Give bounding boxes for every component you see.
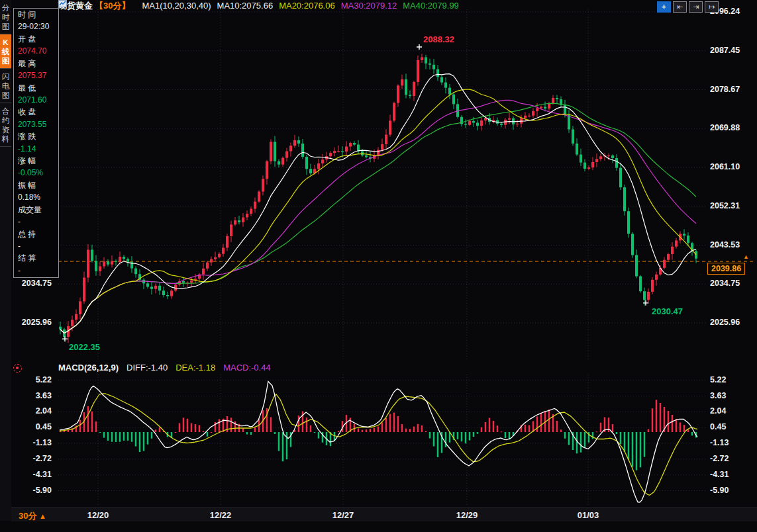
info-row: 涨 幅 <box>18 157 58 165</box>
info-row: 最 低 <box>18 84 58 93</box>
trading-app-window: 2088.322022.352030.47 分时图K线图闪电图合约资料 时 间2… <box>0 0 757 532</box>
quote-info-panel: 时 间29-02:30开 盘2074.70最 高2075.37最 低2071.6… <box>13 8 59 278</box>
info-row: 结 算 <box>18 254 58 263</box>
macd-axis-label: -2.72 <box>710 454 729 463</box>
chart-header: 现货黄金【30分】 MA1(10,20,30,40) MA10:2075.66 … <box>58 0 459 11</box>
info-row: - <box>18 242 58 251</box>
info-row: -1.14 <box>18 145 58 154</box>
info-row: 最 高 <box>18 60 58 68</box>
macd-diff-value: DIFF:-1.40 <box>126 363 168 373</box>
ma-group-label: MA1(10,20,30,40) <box>142 1 211 11</box>
ma10-value: MA10:2075.66 <box>217 1 274 11</box>
info-row: 成交量 <box>18 206 58 214</box>
info-row: 收 盘 <box>18 108 58 116</box>
macd-axis-label: -2.72 <box>33 454 52 463</box>
ma40-value: MA40:2079.99 <box>403 1 459 11</box>
info-row: 涨 跌 <box>18 132 58 141</box>
time-axis-bar: 30分 ▲ 12/2012/2212/2712/2901/03 <box>11 508 757 521</box>
date-label: 12/22 <box>210 510 232 520</box>
macd-axis-label: -5.90 <box>710 486 729 495</box>
info-row: -0.05% <box>18 169 58 177</box>
macd-axis-label: 0.45 <box>710 422 726 431</box>
crosshair-icon[interactable]: + <box>657 1 671 13</box>
info-row: 时 间 <box>18 11 58 19</box>
info-row: 0.18% <box>18 193 58 202</box>
info-row: 开 盘 <box>18 35 58 44</box>
info-row: 2073.55 <box>18 120 58 129</box>
ma30-value: MA30:2079.12 <box>341 1 397 11</box>
macd-axis-label: -4.31 <box>33 470 52 479</box>
macd-axis-label: 3.63 <box>710 391 726 400</box>
macd-axis-label: 2.04 <box>36 406 52 416</box>
macd-macd-value: MACD:-0.44 <box>223 363 271 373</box>
sidebar-item-分时图[interactable]: 分时图 <box>0 0 11 34</box>
svg-text:2030.47: 2030.47 <box>652 306 683 316</box>
info-row: 29-02:30 <box>18 22 58 31</box>
sidebar-item-K线图[interactable]: K线图 <box>0 34 11 69</box>
macd-axis-label: -5.90 <box>33 486 52 495</box>
macd-dea-value: DEA:-1.18 <box>176 363 215 373</box>
info-row: - <box>18 218 58 226</box>
macd-axis-label: -4.31 <box>710 470 729 479</box>
price-alert-icon[interactable]: ▲ <box>743 253 749 260</box>
pan-right-icon[interactable]: ↦ <box>705 1 719 13</box>
macd-axis-label: 5.22 <box>710 375 726 384</box>
current-price-value: 2039.86 <box>711 264 741 273</box>
chart-toolbar: +⇤⇥↦ <box>657 1 719 13</box>
svg-text:2088.32: 2088.32 <box>423 34 454 44</box>
info-row: 2074.70 <box>18 47 58 56</box>
macd-axis-label: 0.45 <box>36 422 52 431</box>
svg-text:2022.35: 2022.35 <box>69 342 100 352</box>
info-row: 2075.37 <box>18 71 58 80</box>
macd-axis-label: -1.13 <box>33 438 52 447</box>
date-label: 01/03 <box>578 510 599 520</box>
ma20-value: MA20:2076.06 <box>279 1 335 11</box>
period-badge: 【30分】 <box>95 0 130 12</box>
sidebar-item-合约资料[interactable]: 合约资料 <box>0 103 11 147</box>
indicator-toggle-icon[interactable] <box>13 364 22 373</box>
date-label: 12/20 <box>87 510 109 520</box>
date-label: 12/27 <box>332 510 354 520</box>
sidebar-item-闪电图[interactable]: 闪电图 <box>0 69 11 103</box>
macd-axis-label: -1.13 <box>710 438 729 447</box>
macd-header: MACD(26,12,9) DIFF:-1.40 DEA:-1.18 MACD:… <box>58 362 271 373</box>
current-price-tag: 2039.86 <box>707 263 745 275</box>
left-tab-strip: 分时图K线图闪电图合约资料 <box>0 0 11 521</box>
info-row: 总 持 <box>18 230 58 239</box>
info-row: 振 幅 <box>18 181 58 190</box>
date-label: 12/29 <box>456 510 478 520</box>
timeframe-label: 30分 <box>19 511 36 521</box>
info-row: 2071.60 <box>18 96 58 105</box>
timeframe-selector[interactable]: 30分 ▲ <box>19 510 46 522</box>
chart-canvas[interactable]: 2088.322022.352030.47 <box>0 0 757 532</box>
info-row: - <box>18 267 58 275</box>
macd-axis-label: 3.63 <box>36 391 52 400</box>
scale-left-icon[interactable]: ⇤ <box>673 1 687 13</box>
macd-axis-label: 2.04 <box>710 406 726 416</box>
macd-params-label: MACD(26,12,9) <box>58 363 119 373</box>
macd-axis-label: 5.22 <box>36 375 52 384</box>
chevron-up-icon: ▲ <box>39 512 46 520</box>
scale-right-icon[interactable]: ⇥ <box>689 1 703 13</box>
